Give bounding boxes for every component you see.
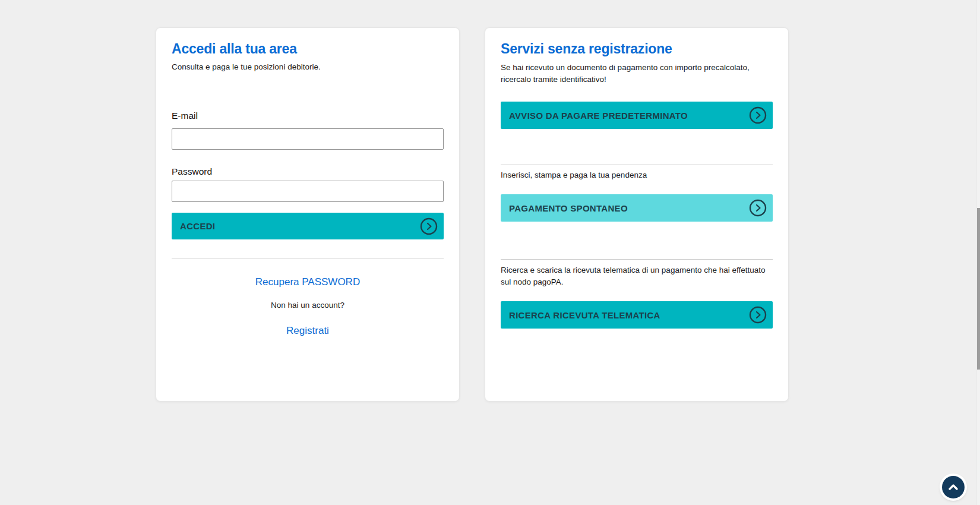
service-description-predetermined: Se hai ricevuto un documento di pagament… [501,62,773,86]
no-account-text: Non hai un account? [172,301,444,310]
arrow-right-circle-icon [420,217,438,235]
login-card-subtitle: Consulta e paga le tue posizioni debitor… [172,62,444,72]
accedi-button[interactable]: ACCEDI [172,213,444,239]
chevron-up-icon [947,481,960,494]
avviso-button-label: AVVISO DA PAGARE PREDETERMINATO [509,111,688,121]
pagamento-button-label: PAGAMENTO SPONTANEO [509,203,628,213]
password-input[interactable] [172,181,444,202]
service-description-receipt: Ricerca e scarica la ricevuta telematica… [501,264,773,288]
scrollbar-thumb[interactable] [977,208,980,370]
pagamento-spontaneo-button[interactable]: PAGAMENTO SPONTANEO [501,194,773,222]
password-label: Password [172,165,444,178]
services-card-title: Servizi senza registrazione [501,41,773,57]
email-label: E-mail [172,109,444,122]
register-link[interactable]: Registrati [172,325,444,337]
arrow-right-circle-icon [749,106,767,124]
recover-password-link[interactable]: Recupera PASSWORD [172,276,444,288]
scrollbar-track[interactable] [976,0,980,505]
arrow-right-circle-icon [749,199,767,217]
arrow-right-circle-icon [749,306,767,324]
login-divider [172,258,444,258]
ricerca-ricevuta-telematica-button[interactable]: RICERCA RICEVUTA TELEMATICA [501,301,773,329]
login-card-title: Accedi alla tua area [172,41,444,57]
login-card: Accedi alla tua area Consulta e paga le … [156,27,460,402]
services-divider [501,165,773,165]
ricerca-button-label: RICERCA RICEVUTA TELEMATICA [509,310,660,320]
email-input[interactable] [172,128,444,150]
accedi-button-label: ACCEDI [180,221,215,231]
avviso-da-pagare-predeterminato-button[interactable]: AVVISO DA PAGARE PREDETERMINATO [501,102,773,129]
service-description-spontaneous: Inserisci, stampa e paga la tua pendenza [501,170,773,181]
scroll-to-top-button[interactable] [942,476,965,498]
services-card: Servizi senza registrazione Se hai ricev… [485,27,789,402]
services-divider [501,259,773,260]
